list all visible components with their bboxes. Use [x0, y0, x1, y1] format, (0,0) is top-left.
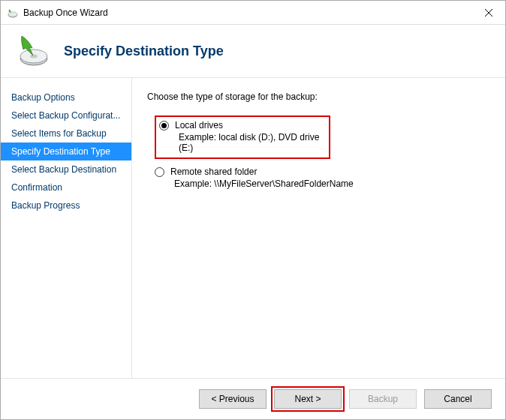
destination-type-group: Local drives Example: local disk (D:), D… [155, 116, 490, 189]
sidebar-item-confirmation[interactable]: Confirmation [1, 178, 131, 196]
option-local-drives[interactable]: Local drives [159, 120, 324, 130]
wizard-body: Backup Options Select Backup Configurat.… [1, 77, 505, 378]
sidebar-item-backup-progress[interactable]: Backup Progress [1, 196, 131, 214]
option-remote-shared-folder-label: Remote shared folder [170, 166, 257, 177]
sidebar-item-select-items[interactable]: Select Items for Backup [1, 124, 131, 142]
prompt-text: Choose the type of storage for the backu… [147, 92, 490, 102]
option-local-drives-example: Example: local disk (D:), DVD drive (E:) [179, 132, 324, 153]
option-remote-shared-folder-example: Example: \\MyFileServer\SharedFolderName [174, 178, 490, 189]
option-remote-shared-folder[interactable]: Remote shared folder [155, 166, 490, 177]
option-local-drives-highlight: Local drives Example: local disk (D:), D… [155, 116, 330, 159]
content-area: Choose the type of storage for the backu… [132, 78, 505, 378]
close-icon [485, 9, 492, 16]
sidebar-item-select-backup-destination[interactable]: Select Backup Destination [1, 160, 131, 178]
previous-button[interactable]: < Previous [199, 389, 267, 409]
cancel-button[interactable]: Cancel [424, 389, 492, 409]
window-title: Backup Once Wizard [23, 8, 471, 18]
option-local-drives-label: Local drives [175, 120, 223, 130]
radio-remote-shared-folder[interactable] [155, 167, 164, 177]
page-title: Specify Destination Type [64, 44, 224, 59]
next-button[interactable]: Next > [274, 389, 342, 409]
wizard-window: Backup Once Wizard Specify Destination T… [0, 0, 506, 420]
sidebar-item-select-backup-config[interactable]: Select Backup Configurat... [1, 106, 131, 124]
app-icon [7, 7, 19, 19]
wizard-footer: < Previous Next > Backup Cancel [1, 378, 505, 419]
close-button[interactable] [471, 1, 505, 24]
svg-point-1 [8, 11, 17, 16]
titlebar: Backup Once Wizard [1, 1, 505, 25]
radio-local-drives[interactable] [159, 121, 169, 130]
backup-button: Backup [349, 389, 417, 409]
sidebar: Backup Options Select Backup Configurat.… [1, 78, 132, 378]
svg-point-6 [30, 55, 38, 58]
sidebar-item-backup-options[interactable]: Backup Options [1, 88, 131, 106]
sidebar-item-specify-destination-type[interactable]: Specify Destination Type [1, 142, 131, 160]
wizard-header: Specify Destination Type [1, 25, 505, 77]
wizard-icon [14, 33, 50, 69]
